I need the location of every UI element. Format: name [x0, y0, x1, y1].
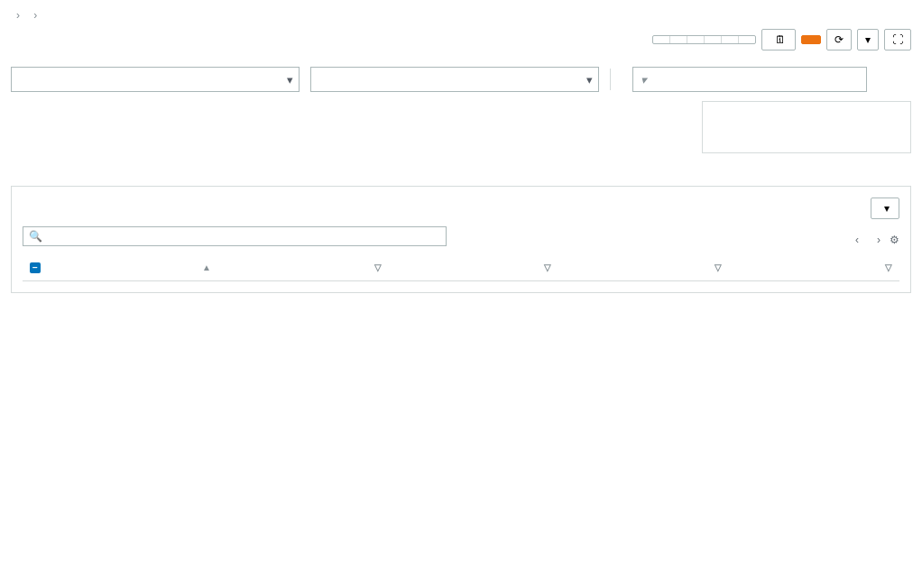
minus-icon: −	[30, 262, 41, 273]
col-mem[interactable]: ▽	[729, 253, 899, 281]
expand-icon: ⛶	[892, 33, 903, 46]
time-1d[interactable]	[705, 36, 722, 43]
breadcrumb: › ›	[0, 0, 922, 25]
divider	[610, 69, 611, 90]
chevron-down-icon: ▾	[865, 33, 871, 46]
col-service[interactable]: ▽	[218, 253, 389, 281]
chevron-down-icon: ▾	[641, 73, 647, 87]
gear-icon[interactable]: ⚙	[890, 234, 899, 246]
pod-table: − ▲ ▽ ▽ ▽ ▽	[23, 253, 899, 281]
pager-next[interactable]: ›	[877, 234, 881, 246]
chevron-down-icon: ▾	[287, 73, 293, 87]
actions-button[interactable]: ▾	[871, 198, 899, 219]
filter-input-wrap[interactable]: 🔍	[23, 226, 447, 246]
filter-input[interactable]	[48, 230, 440, 243]
sort-icon: ▽	[885, 262, 892, 272]
col-namespace[interactable]: ▽	[389, 253, 559, 281]
pod-performance-panel: ▾ 🔍 ‹ › ⚙ − ▲ ▽ ▽ ▽ ▽	[11, 186, 911, 293]
search-icon: 🔍	[29, 230, 42, 243]
sort-icon: ▽	[715, 262, 722, 272]
sort-icon: ▽	[544, 262, 551, 272]
refresh-options-button[interactable]: ▾	[857, 29, 879, 51]
subject-select[interactable]: ▾	[310, 67, 599, 92]
chevron-down-icon: ▾	[586, 73, 593, 87]
scope-select[interactable]: ▾	[11, 67, 300, 92]
chevron-right-icon: ›	[33, 9, 37, 22]
time-12h[interactable]	[687, 36, 705, 43]
chevron-down-icon: ▾	[884, 202, 890, 215]
time-range-selector[interactable]	[652, 35, 756, 44]
calendar-icon: 🗓	[775, 33, 786, 46]
time-1w[interactable]	[739, 36, 755, 43]
add-to-dashboard-button[interactable]	[801, 35, 821, 44]
chevron-right-icon: ›	[16, 9, 20, 22]
col-pod[interactable]: ▲	[48, 253, 218, 281]
sort-asc-icon: ▲	[202, 262, 211, 272]
sort-icon: ▽	[374, 262, 382, 272]
time-1h[interactable]	[653, 36, 670, 43]
alerts-panel	[702, 101, 911, 153]
col-cpu[interactable]: ▽	[558, 253, 729, 281]
time-3d[interactable]	[722, 36, 739, 43]
refresh-button[interactable]: ⟳	[826, 29, 852, 51]
pager: ‹ › ⚙	[855, 234, 899, 246]
fullscreen-button[interactable]: ⛶	[884, 29, 911, 51]
custom-time-button[interactable]: 🗓	[761, 29, 796, 51]
refresh-icon: ⟳	[834, 33, 844, 46]
time-3h[interactable]	[670, 36, 687, 43]
toolbar: 🗓 ⟳ ▾ ⛶	[652, 29, 911, 51]
pager-prev[interactable]: ‹	[855, 234, 859, 246]
select-all-header[interactable]: −	[23, 253, 48, 281]
filter-reports-select[interactable]: ▾	[632, 67, 867, 92]
